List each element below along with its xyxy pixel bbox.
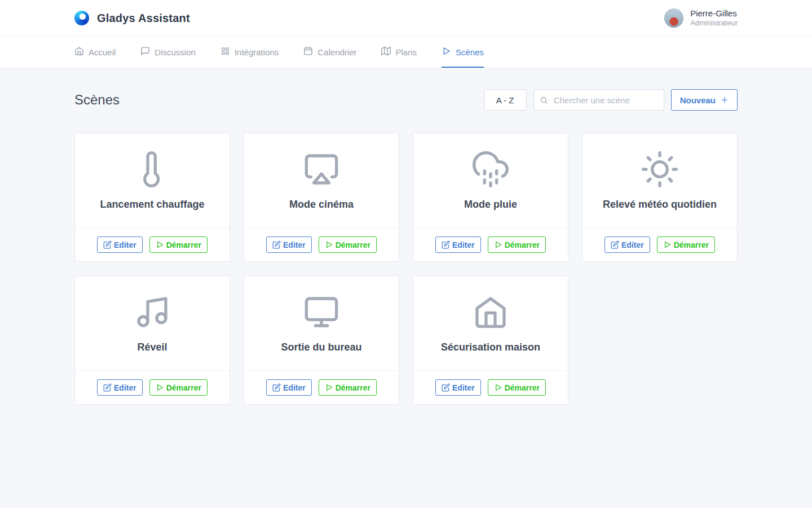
new-scene-button-label: Nouveau [680, 95, 716, 105]
search-box [533, 89, 664, 111]
nav-item-integrations[interactable]: Intégrations [220, 36, 279, 68]
nav-item-label: Intégrations [235, 47, 279, 57]
calendar-icon [303, 46, 313, 58]
main-nav: Accueil Discussion Intégrations Calendri… [0, 36, 812, 68]
scene-name: Sortie du bureau [253, 341, 390, 353]
scene-card: Sécurisation maison Editer Démarrer [413, 275, 568, 405]
start-scene-button[interactable]: Démarrer [488, 379, 546, 396]
play-icon [325, 240, 333, 249]
play-icon [442, 46, 451, 58]
thermometer-icon [134, 179, 170, 189]
play-icon [156, 383, 164, 392]
avatar[interactable] [664, 8, 683, 28]
scene-name: Mode pluie [422, 199, 559, 211]
brand[interactable]: Gladys Assistant [74, 11, 190, 25]
edit-icon [272, 383, 281, 392]
nav-item-label: Accueil [89, 47, 116, 57]
edit-icon [103, 240, 112, 249]
home-icon [473, 322, 509, 332]
nav-item-label: Plans [395, 47, 417, 57]
nav-item-discussion[interactable]: Discussion [140, 36, 196, 68]
start-scene-button[interactable]: Démarrer [488, 237, 546, 253]
nav-item-scenes[interactable]: Scènes [442, 36, 484, 68]
grid-icon [220, 46, 230, 58]
nav-item-label: Discussion [155, 47, 196, 57]
search-input[interactable] [553, 95, 658, 106]
nav-item-label: Calendrier [317, 47, 356, 57]
edit-icon [442, 383, 450, 392]
scene-name: Relevé météo quotidien [592, 199, 728, 211]
music-icon [134, 322, 170, 332]
scene-card: Réveil Editer Démarrer [74, 275, 230, 405]
play-icon [663, 240, 672, 249]
nav-item-plans[interactable]: Plans [381, 36, 417, 68]
page-title: Scènes [74, 92, 120, 108]
scene-card: Lancement chauffage Editer Démarrer [74, 133, 230, 262]
map-icon [381, 46, 391, 58]
edit-scene-button[interactable]: Editer [604, 237, 650, 253]
scene-name: Lancement chauffage [84, 199, 220, 211]
new-scene-button[interactable]: Nouveau [671, 89, 738, 111]
edit-icon [611, 240, 619, 249]
scene-name: Sécurisation maison [422, 341, 559, 353]
nav-item-calendrier[interactable]: Calendrier [303, 36, 356, 68]
edit-icon [272, 240, 281, 249]
home-icon [74, 46, 84, 58]
scene-name: Réveil [84, 341, 220, 353]
scene-name: Mode cinéma [253, 199, 390, 211]
user-menu[interactable]: Pierre-Gilles Administrateur [664, 8, 738, 28]
edit-scene-button[interactable]: Editer [97, 237, 143, 253]
sort-select[interactable]: A - Z [484, 89, 527, 111]
play-icon [325, 383, 333, 392]
scene-card: Mode cinéma Editer Démarrer [244, 133, 399, 262]
play-icon [494, 383, 502, 392]
scenes-page: Scènes A - Z Nouveau Lancement chauffage… [74, 83, 738, 405]
top-bar: Gladys Assistant Pierre-Gilles Administr… [0, 0, 812, 36]
user-role: Administrateur [690, 19, 738, 28]
app-title: Gladys Assistant [97, 12, 190, 25]
edit-scene-button[interactable]: Editer [266, 379, 312, 396]
scenes-grid: Lancement chauffage Editer Démarrer Mode… [74, 133, 738, 405]
scene-card: Mode pluie Editer Démarrer [413, 133, 568, 262]
edit-scene-button[interactable]: Editer [435, 379, 481, 396]
airplay-icon [303, 179, 339, 189]
gladys-logo-icon [74, 11, 89, 25]
monitor-icon [303, 322, 339, 332]
play-icon [156, 240, 164, 249]
start-scene-button[interactable]: Démarrer [319, 237, 377, 253]
edit-icon [103, 383, 112, 392]
start-scene-button[interactable]: Démarrer [657, 237, 715, 253]
search-icon [540, 96, 548, 104]
start-scene-button[interactable]: Démarrer [149, 379, 208, 396]
scene-card: Sortie du bureau Editer Démarrer [244, 275, 399, 405]
start-scene-button[interactable]: Démarrer [319, 379, 377, 396]
nav-item-accueil[interactable]: Accueil [74, 36, 116, 68]
play-icon [494, 240, 502, 249]
edit-icon [442, 240, 450, 249]
edit-scene-button[interactable]: Editer [97, 379, 143, 396]
message-icon [140, 46, 150, 58]
start-scene-button[interactable]: Démarrer [149, 237, 208, 253]
scene-card: Relevé météo quotidien Editer Démarrer [582, 133, 738, 262]
cloud-drizzle-icon [473, 179, 509, 189]
sun-icon [642, 179, 678, 189]
plus-icon [721, 96, 729, 104]
user-name: Pierre-Gilles [690, 8, 738, 19]
edit-scene-button[interactable]: Editer [266, 237, 312, 253]
edit-scene-button[interactable]: Editer [435, 237, 481, 253]
nav-item-label: Scènes [456, 47, 484, 57]
